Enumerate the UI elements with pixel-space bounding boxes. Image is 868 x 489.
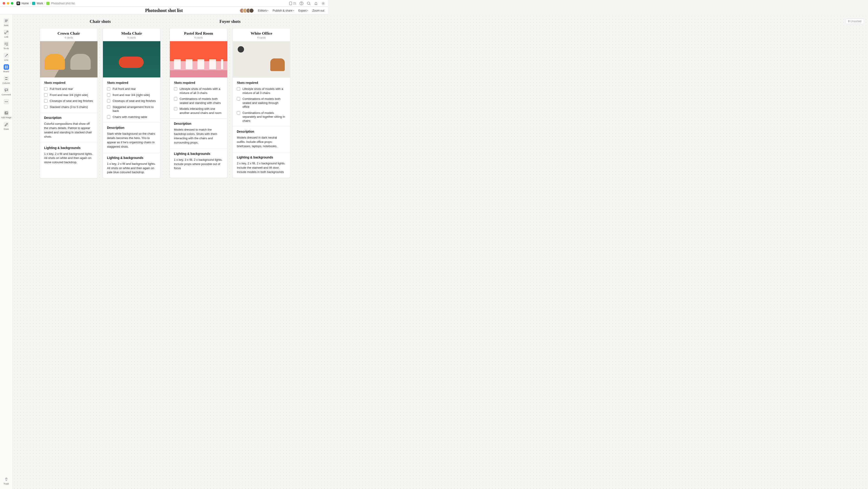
todo-text: Stacked chairs (3 to 5 chairs) — [50, 105, 88, 109]
bell-icon[interactable] — [314, 1, 318, 5]
todo-icon — [4, 41, 9, 47]
checkbox[interactable] — [237, 87, 240, 91]
checkbox[interactable] — [107, 115, 111, 119]
tool-add-image[interactable]: Add image — [1, 109, 11, 120]
board-card[interactable]: White Office 4 cards Shots required Life… — [232, 28, 290, 178]
checkbox[interactable] — [107, 93, 111, 97]
card-title: White Office — [235, 31, 288, 36]
checkbox[interactable] — [237, 97, 240, 100]
block-heading: Lighting & backgrounds — [237, 155, 286, 159]
todo-text: Combinations of models separately and to… — [243, 111, 286, 123]
checkbox[interactable] — [44, 99, 48, 103]
checkbox[interactable] — [174, 107, 177, 111]
svg-point-3 — [307, 2, 310, 4]
checkbox[interactable] — [107, 87, 111, 91]
checkbox[interactable] — [107, 99, 111, 103]
card-header: White Office 4 cards — [233, 28, 290, 41]
card-image — [103, 41, 160, 78]
minimize-window[interactable] — [7, 2, 9, 4]
shots-block: Shots required Full front and rearfront … — [103, 78, 160, 122]
card-image — [40, 41, 97, 78]
app-icon[interactable]: M — [17, 2, 20, 5]
tool-todo[interactable]: To-do — [1, 40, 11, 51]
gear-icon[interactable] — [321, 1, 325, 5]
todo-item: Lifestyle shots of models with a mixture… — [237, 87, 286, 95]
svg-point-2 — [301, 4, 302, 4]
card-subtitle: 4 cards — [42, 36, 95, 39]
tool-note[interactable]: Note — [1, 17, 11, 28]
board-card[interactable]: Pastel Red Room 4 cards Shots required L… — [169, 28, 227, 178]
help-icon[interactable] — [300, 1, 304, 5]
close-window[interactable] — [3, 2, 5, 4]
search-icon[interactable] — [307, 1, 311, 5]
page-title: Photoshoot shot list — [145, 8, 183, 13]
maximize-window[interactable] — [11, 2, 13, 4]
breadcrumb-doc[interactable]: Photoshoot shot list — [51, 2, 74, 5]
shots-block: Shots required Full front and rearFront … — [40, 78, 97, 113]
todo-text: Combinations of models both seated and w… — [243, 97, 286, 109]
todo-text: Lifestyle shots of models with a mixture… — [180, 87, 223, 95]
block-heading: Shots required — [107, 81, 156, 85]
description-block: Description Colorful compositions that s… — [40, 113, 97, 142]
todo-item: Combinations of models both seated and w… — [237, 97, 286, 109]
todo-text: Full front and rear — [113, 87, 136, 91]
editors-dropdown[interactable]: Editors▾ — [258, 9, 269, 12]
block-heading: Lighting & backgrounds — [44, 146, 93, 150]
block-heading: Description — [237, 130, 286, 133]
section-title: Chair shots — [40, 19, 161, 24]
lighting-block: Lighting & backgrounds 1 x key, 2 x fill… — [103, 152, 160, 178]
block-heading: Description — [174, 122, 223, 125]
card-image — [233, 41, 290, 78]
breadcrumb-home[interactable]: Home — [22, 2, 29, 5]
board-card[interactable]: Crown Chair 4 cards Shots required Full … — [40, 28, 98, 178]
todo-item: Staggered arrangement front to back — [107, 105, 156, 113]
card-subtitle: 4 cards — [105, 36, 158, 39]
card-subtitle: 4 cards — [235, 36, 288, 39]
card-header: Pastel Red Room 4 cards — [170, 28, 227, 41]
card-title: Crown Chair — [42, 31, 95, 36]
block-heading: Description — [44, 116, 93, 119]
line-icon — [4, 53, 9, 58]
board-canvas[interactable]: 0 Unsorted Chair shots Crown Chair 4 car… — [13, 15, 328, 185]
titlebar: M Home / Work / Photoshoot shot list 21 — [0, 0, 328, 7]
description-text: Stark white background so the chairs det… — [107, 132, 156, 149]
tool-line[interactable]: Line — [1, 52, 11, 62]
checkbox[interactable] — [44, 105, 48, 109]
section-title: Foyer shots — [169, 19, 290, 24]
card-subtitle: 4 cards — [172, 36, 225, 39]
description-block: Description Models dressed to match the … — [170, 118, 227, 148]
doc-icon — [46, 2, 50, 5]
todo-text: Models interacting with one another arou… — [180, 107, 223, 115]
breadcrumb-work[interactable]: Work — [37, 2, 43, 5]
checkbox[interactable] — [174, 87, 177, 91]
checkbox[interactable] — [44, 87, 48, 91]
chevron-down-icon: ▾ — [267, 9, 269, 12]
tool-draw[interactable]: Draw — [1, 121, 11, 132]
tool-column[interactable]: Column — [1, 75, 11, 86]
checkbox[interactable] — [44, 93, 48, 97]
checkbox[interactable] — [107, 105, 111, 109]
tool-board[interactable]: Board — [1, 63, 11, 74]
zoom-out-button[interactable]: Zoom out — [312, 9, 324, 12]
editor-avatars[interactable] — [240, 8, 254, 13]
export-dropdown[interactable]: Export▾ — [298, 9, 308, 12]
todo-item: Full front and rear — [107, 87, 156, 91]
page-header: Photoshoot shot list Editors▾ Publish & … — [0, 7, 328, 15]
block-heading: Lighting & backgrounds — [174, 152, 223, 155]
todo-item: Closeups of seat and leg finishes — [107, 99, 156, 103]
tool-more[interactable] — [1, 98, 11, 106]
tool-link[interactable]: Link — [1, 29, 11, 39]
mobile-indicator[interactable]: 21 — [288, 1, 296, 5]
publish-dropdown[interactable]: Publish & share▾ — [273, 9, 294, 12]
todo-item: Full front and rear — [44, 87, 93, 91]
todo-text: front and rear 3/4 (right side) — [113, 93, 150, 97]
lighting-text: 1 x key, 3 x fill, 2 x background lights… — [174, 158, 223, 171]
board-card[interactable]: Moda Chair 4 cards Shots required Full f… — [103, 28, 161, 178]
todo-item: Closeups of seat and leg finishes — [44, 99, 93, 103]
chevron-down-icon: ▾ — [293, 9, 294, 12]
checkbox[interactable] — [174, 97, 177, 100]
checkbox[interactable] — [237, 111, 240, 115]
board-icon — [4, 64, 9, 70]
chevron-down-icon: ▾ — [307, 9, 308, 12]
tool-comment[interactable]: Comment — [1, 86, 11, 97]
